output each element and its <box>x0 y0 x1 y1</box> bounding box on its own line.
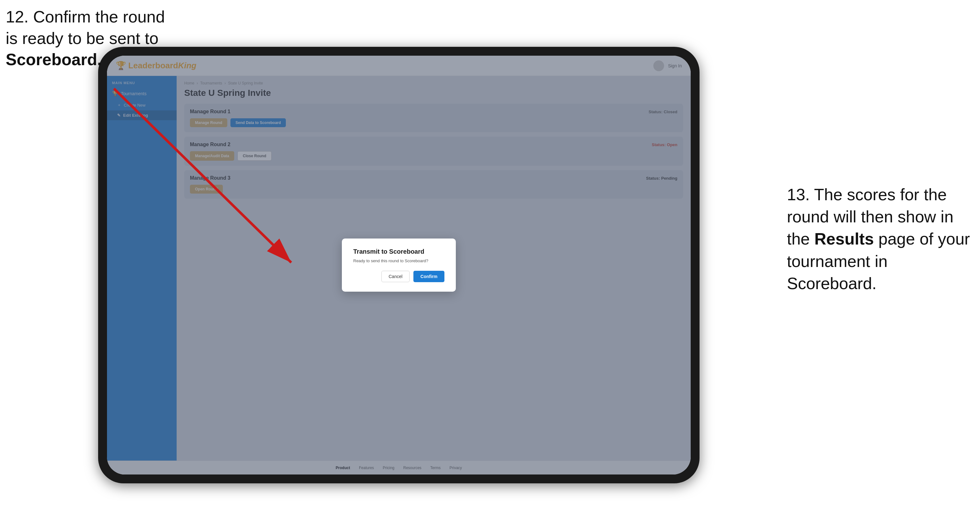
annotation-step13-text: 13. The scores for the round will then s… <box>787 186 970 293</box>
app-wrapper: 🏆 LeaderboardKing Sign In MAIN MENU 🏆 To… <box>107 56 691 475</box>
tablet-frame: 🏆 LeaderboardKing Sign In MAIN MENU 🏆 To… <box>98 47 700 483</box>
annotation-step12-bold: Scoreboard. <box>6 50 102 69</box>
modal-title: Transmit to Scoreboard <box>353 248 444 255</box>
tablet-screen: 🏆 LeaderboardKing Sign In MAIN MENU 🏆 To… <box>107 56 691 475</box>
annotation-step12: 12. Confirm the round is ready to be sen… <box>6 6 165 71</box>
modal-subtitle: Ready to send this round to Scoreboard? <box>353 259 444 263</box>
modal-buttons: Cancel Confirm <box>353 271 444 282</box>
modal-overlay[interactable]: Transmit to Scoreboard Ready to send thi… <box>107 56 691 475</box>
modal-box: Transmit to Scoreboard Ready to send thi… <box>342 238 456 292</box>
cancel-button[interactable]: Cancel <box>382 271 410 282</box>
confirm-button[interactable]: Confirm <box>414 271 444 282</box>
annotation-step13: 13. The scores for the round will then s… <box>787 184 970 295</box>
